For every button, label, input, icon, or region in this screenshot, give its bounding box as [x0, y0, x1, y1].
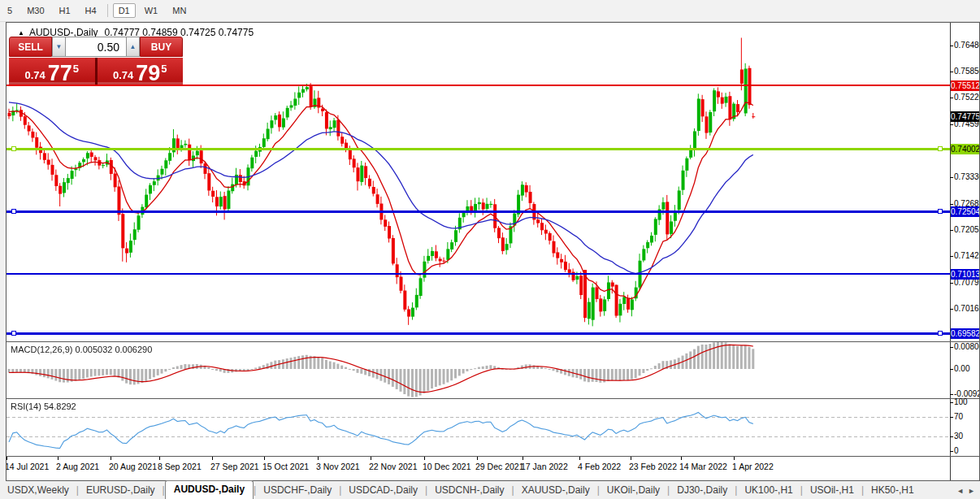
tab-scroll-left-icon[interactable]: ◄	[956, 487, 964, 495]
current-price-label: 0.74775	[951, 111, 979, 122]
date-label: 2 Aug 2021	[56, 462, 99, 471]
date-tick	[318, 457, 319, 460]
timeframe-button-M30[interactable]: M30	[21, 3, 50, 18]
rsi-indicator-chart[interactable]	[7, 399, 950, 456]
axis-tick	[950, 124, 953, 125]
symbol-tab-usdchf-daily[interactable]: USDCHF-,Daily	[256, 482, 339, 499]
level-line-0.74002[interactable]	[7, 148, 950, 150]
date-tick	[523, 457, 523, 460]
axis-tick	[950, 394, 953, 395]
axis-tick	[950, 204, 953, 205]
axis-tick	[950, 347, 953, 348]
level-line-handle[interactable]	[938, 209, 943, 214]
sell-price-display[interactable]: 0.74775	[9, 58, 95, 85]
date-label: 22 Nov 2021	[369, 462, 418, 471]
date-tick	[7, 457, 7, 460]
price-tick-0.73330: 0.73330	[954, 172, 980, 182]
date-label: 3 Nov 2021	[316, 462, 360, 471]
date-tick	[58, 457, 59, 460]
symbol-tab-hk50-h1[interactable]: HK50-,H1	[864, 482, 921, 499]
buy-button[interactable]: BUY	[140, 37, 183, 57]
volume-decrease-button[interactable]: ▼	[52, 37, 66, 57]
date-label: 27 Sep 2021	[210, 462, 259, 471]
symbol-tab-usdcnh-daily[interactable]: USDCNH-,Daily	[427, 482, 511, 499]
timeframe-button-MN[interactable]: MN	[167, 3, 192, 18]
timeframe-button-H4[interactable]: H4	[80, 3, 102, 18]
sell-price-small: 0.74	[24, 69, 45, 81]
rsi-tick-30: 30	[954, 432, 963, 441]
price-tick-0.70165: 0.70165	[954, 304, 980, 314]
symbol-tab-uk100-h1[interactable]: UK100-,H1	[737, 482, 800, 499]
buy-price-display[interactable]: 0.74795	[98, 58, 184, 85]
symbol-tab-dj30-daily[interactable]: DJ30-,Daily	[670, 482, 735, 499]
date-label: 4 Feb 2022	[578, 462, 621, 471]
date-tick	[212, 457, 213, 460]
axis-tick	[950, 417, 953, 418]
axis-tick	[950, 369, 953, 370]
level-price-label-0.75512: 0.75512	[951, 80, 979, 91]
price-tick-0.75850: 0.75850	[954, 67, 980, 76]
date-tick	[477, 457, 478, 460]
date-tick	[159, 457, 160, 460]
timeframe-button-D1[interactable]: D1	[113, 3, 136, 18]
date-label: 8 Sep 2021	[158, 462, 202, 471]
symbol-tab-usdcad-daily[interactable]: USDCAD-,Daily	[341, 482, 425, 499]
macd-tick-0.00: 0.00	[954, 364, 969, 374]
date-tick	[424, 457, 425, 460]
pane-separator-dates	[7, 456, 979, 457]
level-price-label-0.74002: 0.74002	[951, 144, 979, 154]
level-line-handle[interactable]	[11, 331, 16, 336]
date-label: 14 Jul 2021	[6, 462, 49, 471]
macd-tick-0.00806: 0.00806	[954, 342, 980, 352]
buy-price-big: 79	[136, 63, 160, 83]
date-tick	[264, 457, 265, 460]
pane-separator-macd[interactable]	[7, 341, 979, 342]
level-line-0.69582[interactable]	[7, 332, 950, 335]
level-price-label-0.71013: 0.71013	[951, 269, 979, 280]
tab-scroll-right-icon[interactable]: ►	[968, 487, 975, 495]
axis-tick	[950, 256, 953, 257]
rsi-tick-0: 0	[954, 446, 959, 456]
trading-platform-window: 5M30H1H4D1W1MN ▲AUDUSD-,Daily0.74777 0.7…	[0, 0, 980, 499]
collapse-triangle-icon[interactable]: ▲	[18, 29, 24, 37]
axis-tick	[950, 309, 953, 310]
price-tick-0.75220: 0.75220	[954, 93, 980, 102]
date-tick	[681, 457, 682, 460]
macd-label: MACD(12,26,9) 0.005032 0.006290	[11, 345, 152, 354]
level-price-label-0.72504: 0.72504	[951, 206, 979, 217]
date-label: 15 Oct 2021	[262, 462, 309, 471]
axis-tick	[950, 283, 953, 284]
symbol-tab-ukoil-daily[interactable]: UKOil-,Daily	[600, 482, 667, 499]
date-label: 20 Aug 2021	[109, 462, 157, 471]
volume-increase-button[interactable]: ▲	[126, 37, 140, 57]
symbol-tab-usdx-weekly[interactable]: USDX,Weekly	[0, 482, 76, 499]
timeframe-toolbar: 5M30H1H4D1W1MN	[0, 0, 980, 22]
timeframe-button-W1[interactable]: W1	[139, 3, 164, 18]
level-line-handle[interactable]	[11, 209, 16, 214]
level-line-handle[interactable]	[938, 331, 943, 336]
timeframe-button-H1[interactable]: H1	[54, 3, 76, 18]
pane-separator-rsi[interactable]	[7, 398, 979, 399]
axis-tick	[950, 46, 953, 46]
symbol-tab-audusd-daily[interactable]: AUDUSD-,Daily	[165, 480, 254, 499]
date-label: 17 Jan 2022	[521, 462, 568, 471]
date-tick	[734, 457, 735, 460]
volume-input[interactable]: 0.50	[66, 37, 126, 57]
axis-tick	[950, 230, 953, 231]
sell-button[interactable]: SELL	[9, 37, 52, 57]
level-line-0.72504[interactable]	[7, 210, 950, 213]
symbol-tab-bar: USDX,Weekly|EURUSD-,Daily|AUDUSD-,Daily|…	[0, 481, 980, 499]
chart-window: ▲AUDUSD-,Daily0.74777 0.74859 0.74725 0.…	[6, 22, 980, 481]
symbol-tab-eurusd-daily[interactable]: EURUSD-,Daily	[79, 482, 163, 499]
level-line-handle[interactable]	[938, 146, 943, 151]
level-line-handle[interactable]	[11, 146, 16, 151]
spin-up-icon: ▲	[130, 43, 137, 50]
date-label: 10 Dec 2021	[423, 462, 471, 471]
symbol-tab-xauusd-daily[interactable]: XAUUSD-,Daily	[514, 482, 597, 499]
symbol-tab-usoil-h1[interactable]: USOil-,H1	[803, 482, 861, 499]
axis-tick	[950, 402, 953, 403]
date-label: 23 Feb 2022	[629, 462, 677, 471]
date-label: 29 Dec 2021	[475, 462, 524, 471]
timeframe-button-5[interactable]: 5	[2, 3, 18, 18]
level-line-0.71013[interactable]	[7, 273, 950, 275]
